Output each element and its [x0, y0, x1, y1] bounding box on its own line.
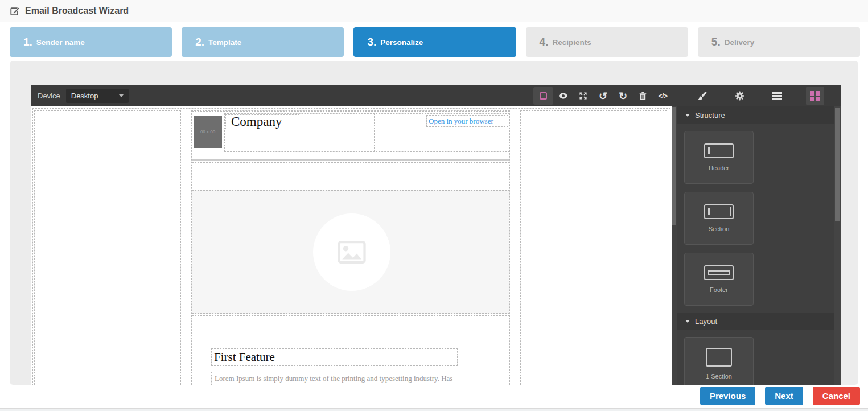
style-manager-button[interactable] — [693, 87, 711, 105]
email-header-section[interactable]: 60 x 60 Company Open in your browser — [192, 111, 509, 154]
redo-button[interactable]: ↻ — [613, 87, 633, 105]
footer-block-icon — [704, 265, 734, 280]
panel-switcher — [676, 85, 841, 106]
hero-image-placeholder[interactable] — [313, 213, 390, 291]
logo-placeholder-size: 60 x 60 — [200, 129, 215, 134]
header-empty-cell[interactable] — [376, 113, 423, 152]
email-canvas[interactable]: 60 x 60 Company Open in your browser — [31, 106, 672, 385]
page-header: Email Broadcast Wizard — [0, 0, 868, 22]
email-content-column[interactable]: 60 x 60 Company Open in your browser — [191, 110, 510, 385]
redo-icon: ↻ — [619, 91, 627, 101]
wizard-footer-actions: Previous Next Cancel — [700, 387, 860, 405]
clear-canvas-button[interactable] — [633, 87, 653, 105]
header-block-icon — [704, 143, 734, 158]
cancel-button[interactable]: Cancel — [813, 387, 860, 405]
editor-body: 60 x 60 Company Open in your browser — [31, 106, 841, 385]
page-bottom-strip — [0, 408, 868, 411]
wizard-content-panel: Device Desktop — [10, 61, 858, 385]
eye-icon — [558, 91, 569, 101]
device-select-value: Desktop — [71, 92, 98, 100]
step-label: Template — [208, 38, 241, 47]
undo-icon: ↺ — [599, 91, 607, 101]
email-editor: Device Desktop — [31, 85, 841, 385]
expand-arrows-icon — [579, 92, 587, 100]
email-spacer-row[interactable] — [192, 165, 509, 188]
layout-blocks-grid: 1 Section 1/2 Section — [677, 330, 834, 385]
email-broadcast-wizard-page: Email Broadcast Wizard 1. Sender name 2.… — [0, 0, 868, 411]
undo-button[interactable]: ↺ — [593, 87, 613, 105]
settings-button[interactable] — [730, 87, 748, 105]
email-body-outline[interactable]: 60 x 60 Company Open in your browser — [32, 108, 670, 385]
previous-button[interactable]: Previous — [700, 387, 755, 405]
caret-down-icon — [685, 320, 690, 323]
divider-line — [192, 159, 509, 161]
structure-section-toggle[interactable]: Structure — [677, 106, 834, 124]
structure-blocks-grid: Header Section Footer — [677, 124, 834, 313]
step-label: Sender name — [36, 38, 85, 47]
company-title-cell[interactable]: Company — [224, 113, 375, 152]
next-button[interactable]: Next — [765, 387, 803, 405]
section-title: Layout — [695, 317, 717, 326]
caret-down-icon — [119, 94, 124, 97]
editor-toolbar: Device Desktop — [31, 85, 841, 106]
block-one-section[interactable]: 1 Section — [684, 337, 754, 385]
canvas-scrollbar-thumb[interactable] — [672, 107, 676, 225]
feature-paragraph-text[interactable]: Lorem Ipsum is simply dummy text of the … — [211, 372, 459, 385]
block-label: 1 Section — [706, 373, 732, 380]
layers-button[interactable] — [768, 87, 787, 105]
export-code-button[interactable]: </> — [653, 87, 673, 105]
page-title: Email Broadcast Wizard — [25, 6, 129, 16]
step-label: Personalize — [380, 38, 423, 47]
block-label: Footer — [710, 286, 728, 293]
blocks-grid-icon — [810, 91, 820, 101]
browser-link-cell[interactable]: Open in your browser — [425, 113, 510, 152]
block-label: Section — [709, 225, 730, 232]
layout-section-toggle[interactable]: Layout — [677, 313, 834, 330]
first-feature-section[interactable]: First Feature Lorem Ipsum is simply dumm… — [192, 339, 509, 385]
open-in-browser-link[interactable]: Open in your browser — [426, 115, 508, 127]
blocks-panel-scrollbar-thumb[interactable] — [835, 108, 840, 221]
blocks-button[interactable] — [806, 87, 824, 105]
email-spacer-row-2[interactable] — [192, 315, 509, 336]
step-number: 4. — [540, 36, 549, 48]
blocks-panel-scrollbar[interactable] — [834, 106, 841, 385]
logo-image-placeholder[interactable]: 60 x 60 — [194, 116, 222, 148]
code-icon: </> — [659, 92, 668, 100]
block-label: Header — [709, 165, 729, 171]
block-header[interactable]: Header — [684, 131, 754, 184]
toggle-borders-button[interactable] — [533, 87, 553, 105]
step-delivery[interactable]: 5. Delivery — [698, 27, 860, 57]
step-recipients[interactable]: 4. Recipients — [526, 27, 688, 57]
one-section-block-icon — [706, 348, 732, 367]
borders-square-icon — [540, 92, 547, 100]
image-placeholder-icon — [337, 240, 367, 265]
email-divider-row[interactable] — [192, 157, 509, 163]
email-left-spacer[interactable] — [34, 110, 181, 385]
step-number: 5. — [711, 36, 721, 48]
step-sender-name[interactable]: 1. Sender name — [10, 27, 172, 57]
block-section[interactable]: Section — [684, 192, 754, 245]
email-right-spacer[interactable] — [520, 110, 667, 385]
layers-icon — [772, 91, 782, 101]
company-title-text[interactable]: Company — [225, 114, 299, 129]
trash-icon — [639, 91, 647, 101]
section-block-icon — [704, 204, 734, 219]
step-personalize[interactable]: 3. Personalize — [353, 27, 516, 57]
gear-icon — [735, 91, 744, 101]
fullscreen-button[interactable] — [573, 87, 593, 105]
preview-button[interactable] — [553, 87, 573, 105]
paint-brush-icon — [697, 91, 707, 101]
edit-pencil-icon — [10, 6, 20, 16]
feature-title-text[interactable]: First Feature — [211, 348, 458, 366]
step-label: Delivery — [725, 38, 755, 47]
canvas-scrollbar[interactable] — [672, 106, 677, 385]
block-footer[interactable]: Footer — [684, 253, 754, 306]
step-template[interactable]: 2. Template — [182, 27, 344, 57]
wizard-steps: 1. Sender name 2. Template 3. Personaliz… — [10, 27, 860, 57]
device-select[interactable]: Desktop — [66, 89, 129, 103]
step-number: 1. — [23, 36, 32, 48]
hero-image-section[interactable] — [192, 190, 509, 314]
step-number: 2. — [195, 36, 204, 48]
blocks-panel: Structure Header Section — [677, 106, 841, 385]
section-title: Structure — [695, 111, 725, 120]
